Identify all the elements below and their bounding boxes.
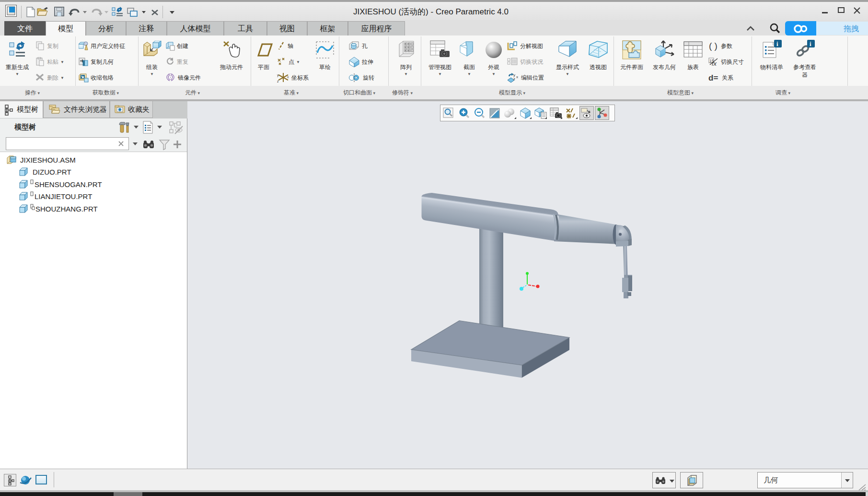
svg-text:i: i	[776, 40, 778, 47]
svg-text:y: y	[277, 73, 279, 77]
svg-text:( ): ( )	[709, 41, 718, 51]
svg-text:i: i	[810, 40, 811, 47]
svg-text:d=: d=	[708, 73, 718, 83]
svg-text:x: x	[516, 75, 518, 79]
svg-text:z: z	[513, 77, 515, 81]
svg-text:x: x	[287, 75, 289, 79]
svg-text:z: z	[277, 80, 279, 83]
